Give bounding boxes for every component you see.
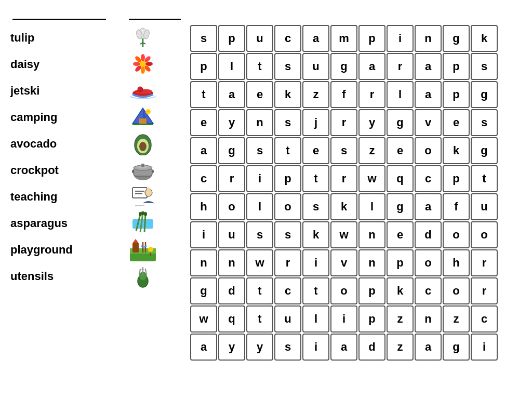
- grid-cell-3-6[interactable]: y: [358, 109, 385, 136]
- grid-cell-8-0[interactable]: n: [190, 249, 217, 276]
- grid-cell-6-1[interactable]: o: [218, 193, 245, 220]
- grid-cell-9-9[interactable]: o: [443, 277, 470, 304]
- grid-cell-1-8[interactable]: a: [415, 53, 442, 80]
- grid-cell-8-8[interactable]: o: [415, 249, 442, 276]
- grid-cell-9-7[interactable]: k: [387, 277, 414, 304]
- grid-cell-4-1[interactable]: g: [218, 137, 245, 164]
- grid-cell-7-8[interactable]: d: [415, 221, 442, 248]
- grid-cell-5-9[interactable]: p: [443, 165, 470, 192]
- grid-cell-2-1[interactable]: a: [218, 81, 245, 108]
- grid-cell-11-0[interactable]: a: [190, 334, 217, 361]
- grid-cell-5-10[interactable]: t: [471, 165, 498, 192]
- grid-cell-4-0[interactable]: a: [190, 137, 217, 164]
- grid-cell-1-7[interactable]: r: [387, 53, 414, 80]
- grid-cell-0-4[interactable]: a: [302, 25, 329, 52]
- grid-cell-8-9[interactable]: h: [443, 249, 470, 276]
- grid-cell-11-10[interactable]: i: [471, 334, 498, 361]
- grid-cell-8-7[interactable]: p: [387, 249, 414, 276]
- grid-cell-11-9[interactable]: g: [443, 334, 470, 361]
- grid-cell-2-0[interactable]: t: [190, 81, 217, 108]
- grid-cell-4-4[interactable]: e: [302, 137, 329, 164]
- grid-cell-6-6[interactable]: l: [358, 193, 385, 220]
- grid-cell-1-1[interactable]: l: [218, 53, 245, 80]
- grid-cell-9-2[interactable]: t: [246, 277, 273, 304]
- grid-cell-6-3[interactable]: o: [274, 193, 301, 220]
- grid-cell-8-2[interactable]: w: [246, 249, 273, 276]
- grid-cell-6-2[interactable]: l: [246, 193, 273, 220]
- grid-cell-3-2[interactable]: n: [246, 109, 273, 136]
- grid-cell-2-7[interactable]: l: [387, 81, 414, 108]
- grid-cell-7-1[interactable]: u: [218, 221, 245, 248]
- grid-cell-6-5[interactable]: k: [330, 193, 357, 220]
- grid-cell-9-0[interactable]: g: [190, 277, 217, 304]
- grid-cell-7-9[interactable]: o: [443, 221, 470, 248]
- grid-cell-4-6[interactable]: z: [358, 137, 385, 164]
- grid-cell-7-3[interactable]: s: [274, 221, 301, 248]
- grid-cell-11-5[interactable]: a: [330, 334, 357, 361]
- grid-cell-2-4[interactable]: z: [302, 81, 329, 108]
- grid-cell-4-7[interactable]: e: [387, 137, 414, 164]
- grid-cell-6-10[interactable]: u: [471, 193, 498, 220]
- grid-cell-7-5[interactable]: w: [330, 221, 357, 248]
- grid-cell-10-4[interactable]: l: [302, 305, 329, 332]
- grid-cell-3-8[interactable]: v: [415, 109, 442, 136]
- grid-cell-9-5[interactable]: o: [330, 277, 357, 304]
- name-input-line[interactable]: [12, 10, 106, 20]
- grid-cell-5-8[interactable]: c: [415, 165, 442, 192]
- grid-cell-1-6[interactable]: a: [358, 53, 385, 80]
- grid-cell-5-3[interactable]: p: [274, 165, 301, 192]
- grid-cell-9-6[interactable]: p: [358, 277, 385, 304]
- grid-cell-10-1[interactable]: q: [218, 305, 245, 332]
- grid-cell-0-3[interactable]: c: [274, 25, 301, 52]
- grid-cell-0-7[interactable]: i: [387, 25, 414, 52]
- grid-cell-11-6[interactable]: d: [358, 334, 385, 361]
- grid-cell-1-5[interactable]: g: [330, 53, 357, 80]
- grid-cell-5-1[interactable]: r: [218, 165, 245, 192]
- grid-cell-11-2[interactable]: y: [246, 334, 273, 361]
- grid-cell-2-2[interactable]: e: [246, 81, 273, 108]
- grid-cell-2-5[interactable]: f: [330, 81, 357, 108]
- grid-cell-1-4[interactable]: u: [302, 53, 329, 80]
- grid-cell-4-3[interactable]: t: [274, 137, 301, 164]
- grid-cell-6-4[interactable]: s: [302, 193, 329, 220]
- grid-cell-11-4[interactable]: i: [302, 334, 329, 361]
- grid-cell-11-8[interactable]: a: [415, 334, 442, 361]
- grid-cell-0-10[interactable]: k: [471, 25, 498, 52]
- grid-cell-0-5[interactable]: m: [330, 25, 357, 52]
- grid-cell-8-6[interactable]: n: [358, 249, 385, 276]
- grid-cell-5-7[interactable]: q: [387, 165, 414, 192]
- grid-cell-6-0[interactable]: h: [190, 193, 217, 220]
- grid-cell-1-10[interactable]: s: [471, 53, 498, 80]
- grid-cell-0-0[interactable]: s: [190, 25, 217, 52]
- grid-cell-9-4[interactable]: t: [302, 277, 329, 304]
- grid-cell-6-9[interactable]: f: [443, 193, 470, 220]
- grid-cell-2-3[interactable]: k: [274, 81, 301, 108]
- grid-cell-4-8[interactable]: o: [415, 137, 442, 164]
- grid-cell-8-5[interactable]: v: [330, 249, 357, 276]
- grid-cell-4-5[interactable]: s: [330, 137, 357, 164]
- grid-cell-7-6[interactable]: n: [358, 221, 385, 248]
- grid-cell-10-7[interactable]: z: [387, 305, 414, 332]
- grid-cell-7-10[interactable]: o: [471, 221, 498, 248]
- grid-cell-3-9[interactable]: e: [443, 109, 470, 136]
- grid-cell-2-8[interactable]: a: [415, 81, 442, 108]
- grid-cell-4-9[interactable]: k: [443, 137, 470, 164]
- grid-cell-9-1[interactable]: d: [218, 277, 245, 304]
- grid-cell-7-2[interactable]: s: [246, 221, 273, 248]
- grid-cell-8-3[interactable]: r: [274, 249, 301, 276]
- grid-cell-11-7[interactable]: z: [387, 334, 414, 361]
- grid-cell-5-6[interactable]: w: [358, 165, 385, 192]
- grid-cell-10-9[interactable]: z: [443, 305, 470, 332]
- grid-cell-5-0[interactable]: c: [190, 165, 217, 192]
- grid-cell-10-3[interactable]: u: [274, 305, 301, 332]
- grid-cell-3-10[interactable]: s: [471, 109, 498, 136]
- grid-cell-10-2[interactable]: t: [246, 305, 273, 332]
- grid-cell-2-9[interactable]: p: [443, 81, 470, 108]
- grid-cell-9-3[interactable]: c: [274, 277, 301, 304]
- grid-cell-6-7[interactable]: g: [387, 193, 414, 220]
- grid-cell-0-6[interactable]: p: [358, 25, 385, 52]
- grid-cell-4-2[interactable]: s: [246, 137, 273, 164]
- date-input-line[interactable]: [129, 10, 181, 20]
- grid-cell-5-5[interactable]: r: [330, 165, 357, 192]
- grid-cell-7-7[interactable]: e: [387, 221, 414, 248]
